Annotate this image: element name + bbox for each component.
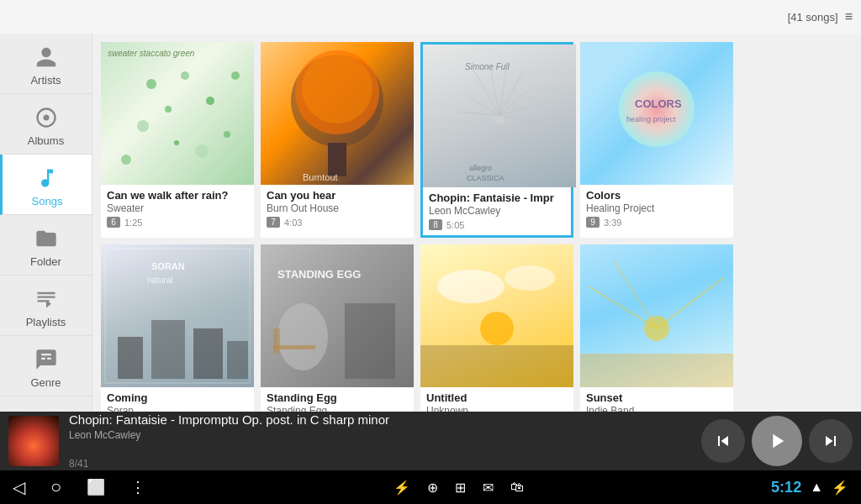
album-info-3: Chopin: Fantaisie - Impr Leon McCawley 8… (423, 187, 571, 235)
svg-point-46 (437, 270, 504, 303)
prev-button[interactable] (701, 419, 745, 463)
track-num-3: 8 (429, 219, 442, 230)
svg-line-26 (457, 112, 499, 115)
artists-icon (31, 42, 61, 72)
svg-point-49 (480, 312, 514, 345)
album-card-7[interactable]: Untitled Unknown 12 4:20 (420, 244, 573, 412)
player-bar: Chopin: Fantaisie - Impromptu Op. post. … (0, 412, 861, 470)
sidebar-item-songs[interactable]: Songs (0, 155, 92, 215)
album-title-4: Colors (586, 189, 727, 202)
sidebar-item-playlists[interactable]: Playlists (0, 276, 92, 336)
top-bar: [41 songs] ≡ (0, 0, 861, 34)
album-card-1[interactable]: sweater staccato green Can we walk after (101, 42, 254, 238)
svg-rect-54 (580, 354, 733, 387)
album-card-2[interactable]: Burntout House Can you hear Burn Out Hou… (261, 42, 414, 238)
album-duration-3: 5:05 (446, 220, 464, 230)
folder-label: Folder (30, 255, 61, 268)
recents-button[interactable]: ⬜ (87, 478, 105, 496)
album-card-4[interactable]: COLORS healing project Colors Healing Pr… (580, 42, 733, 238)
album-info-6: Standing Egg Standing Egg 11 3:15 (261, 387, 414, 412)
album-thumb-5: SORAN natural (101, 244, 254, 387)
album-thumb-3: Simone Full allegro CLASSICA (423, 45, 576, 187)
album-title-3: Chopin: Fantaisie - Impr (429, 192, 565, 204)
svg-text:COLORS: COLORS (635, 97, 682, 110)
play-button[interactable] (752, 416, 802, 466)
home-button[interactable]: ○ (50, 476, 61, 498)
album-artist-6: Standing Egg (267, 405, 408, 412)
album-info-1: Can we walk after rain? Sweater 6 1:25 (101, 185, 254, 233)
svg-point-6 (206, 97, 214, 105)
album-title-6: Standing Egg (267, 391, 408, 404)
system-time: 5:12 (771, 479, 801, 496)
album-artist-1: Sweater (107, 202, 248, 214)
svg-text:STANDING EGG: STANDING EGG (277, 268, 361, 281)
svg-rect-48 (420, 345, 573, 387)
svg-point-47 (504, 265, 555, 291)
track-num-4: 9 (586, 217, 600, 228)
songs-label: Songs (32, 195, 63, 207)
svg-point-42 (277, 303, 328, 370)
menu-icon[interactable]: ≡ (845, 9, 853, 24)
album-card-8[interactable]: Sunset Indie Band 13 3:55 (580, 244, 733, 412)
system-nav: ◁ ○ ⬜ ⋮ (13, 476, 145, 498)
album-thumb-7 (420, 244, 573, 387)
album-card-3[interactable]: Simone Full allegro CLASSICA (420, 42, 573, 238)
album-title-7: Untitled (426, 391, 568, 404)
artists-label: Artists (30, 74, 61, 87)
sidebar-item-albums[interactable]: Albums (0, 94, 92, 155)
svg-point-11 (231, 71, 240, 80)
album-title-5: Coming (107, 391, 248, 404)
svg-rect-14 (328, 143, 346, 176)
usb-icon: ⚡ (394, 480, 410, 496)
svg-point-10 (174, 140, 179, 145)
album-artist-4: Healing Project (586, 202, 727, 214)
album-card-6[interactable]: STANDING EGG Standing Egg Standing Egg 1… (261, 244, 414, 412)
sidebar-item-folder[interactable]: Folder (0, 215, 92, 276)
svg-rect-43 (345, 303, 395, 379)
svg-point-1 (43, 115, 49, 121)
next-button[interactable] (809, 419, 853, 463)
album-duration-1: 1:25 (124, 218, 142, 228)
main-area: Artists Albums Songs Folder Playlists (0, 34, 861, 412)
albums-icon (31, 102, 61, 133)
album-thumb-1: sweater staccato green (101, 42, 254, 185)
svg-point-3 (165, 106, 172, 113)
svg-text:Simone Full: Simone Full (465, 62, 510, 71)
track-num-1: 6 (107, 217, 120, 228)
album-meta-4: 9 3:39 (586, 217, 727, 228)
album-thumb-6: STANDING EGG (261, 244, 414, 387)
email-icon: ✉ (483, 480, 494, 496)
menu-dots-button[interactable]: ⋮ (130, 478, 145, 496)
svg-point-8 (121, 155, 131, 165)
sidebar: Artists Albums Songs Folder Playlists (0, 34, 92, 412)
sidebar-item-artists[interactable]: Artists (0, 34, 92, 94)
album-artist-8: Indie Band (586, 405, 727, 412)
player-info: Chopin: Fantaisie - Impromptu Op. post. … (69, 412, 691, 470)
album-info-4: Colors Healing Project 9 3:39 (580, 185, 733, 233)
sidebar-item-genre[interactable]: Genre (0, 336, 92, 396)
album-info-7: Untitled Unknown 12 4:20 (420, 387, 573, 412)
system-status-right: 5:12 ▲ ⚡ (771, 479, 848, 496)
svg-text:Burntout: Burntout (303, 172, 338, 182)
track-num-2: 7 (267, 217, 280, 228)
system-bar: ◁ ○ ⬜ ⋮ ⚡ ⊕ ⊞ ✉ 🛍 5:12 ▲ ⚡ (0, 470, 861, 504)
svg-point-55 (644, 316, 669, 341)
album-info-2: Can you hear Burn Out House 7 4:03 (261, 185, 414, 233)
svg-text:CLASSICA: CLASSICA (467, 174, 504, 182)
album-title-8: Sunset (586, 391, 727, 404)
album-title-1: Can we walk after rain? (107, 189, 248, 202)
svg-text:allegro: allegro (469, 164, 492, 172)
playlists-label: Playlists (26, 316, 66, 328)
album-meta-3: 8 5:05 (429, 219, 565, 230)
album-artist-7: Unknown (426, 405, 568, 412)
album-duration-4: 3:39 (604, 218, 621, 228)
back-button[interactable]: ◁ (13, 477, 25, 497)
svg-text:natural: natural (147, 276, 173, 285)
album-card-5[interactable]: SORAN natural Coming Soran 10 3:28 (101, 244, 254, 412)
svg-point-2 (146, 79, 156, 89)
songs-icon (32, 163, 62, 193)
battery-icon: ⚡ (832, 480, 848, 496)
system-status-center: ⚡ ⊕ ⊞ ✉ 🛍 (394, 480, 524, 496)
svg-point-4 (181, 71, 189, 80)
album-thumb-4: COLORS healing project (580, 42, 733, 185)
